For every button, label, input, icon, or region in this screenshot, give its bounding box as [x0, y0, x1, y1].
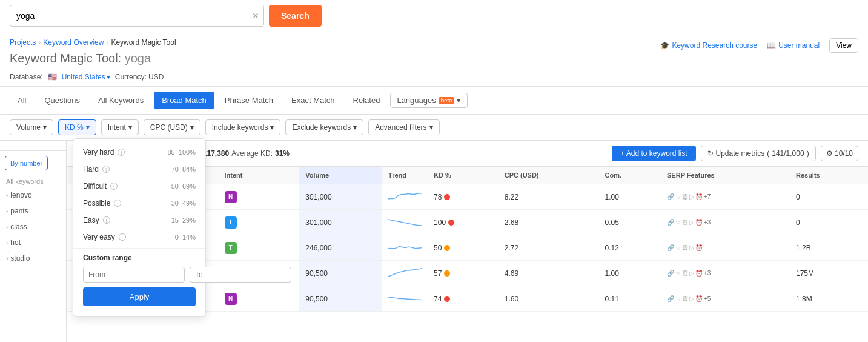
- sidebar-item-studio[interactable]: › studio: [0, 250, 66, 266]
- clear-icon[interactable]: ✕: [252, 11, 259, 21]
- breadcrumb-projects[interactable]: Projects: [10, 38, 36, 47]
- cpc-cell: 4.69: [499, 261, 599, 286]
- serp-plus: +3: [704, 219, 711, 226]
- serp-plus: +7: [704, 193, 711, 200]
- view-button[interactable]: View: [829, 38, 858, 53]
- info-icon-very-easy[interactable]: i: [119, 233, 126, 241]
- kd-option-very-hard[interactable]: Very hard i 85–100%: [73, 144, 205, 161]
- filter-kd[interactable]: KD % ▾: [58, 119, 96, 135]
- info-icon-easy[interactable]: i: [103, 216, 110, 224]
- kd-option-easy[interactable]: Easy i 15–29%: [73, 212, 205, 229]
- kd-dot: [444, 270, 450, 277]
- tab-all[interactable]: All: [10, 92, 34, 109]
- intent-cell: T: [219, 235, 300, 261]
- page-header: Keyword Magic Tool: yoga: [0, 49, 186, 70]
- col-results: Results: [790, 167, 868, 184]
- serp-icons: 🔗 ☆ 🖼 ▷ ⏰ +3: [667, 219, 784, 226]
- breadcrumb-keyword-overview[interactable]: Keyword Overview: [43, 38, 104, 47]
- intent-cell: N: [219, 184, 300, 210]
- kd-option-difficult[interactable]: Difficult i 50–69%: [73, 178, 205, 195]
- update-metrics-button[interactable]: ↻ Update metrics (141/1,000): [701, 146, 816, 161]
- custom-range-section: Custom range Apply: [73, 248, 205, 311]
- intent-badge: T: [225, 242, 237, 254]
- filter-include-keywords[interactable]: Include keywords ▾: [205, 119, 281, 135]
- user-manual-link[interactable]: 📖 User manual: [767, 41, 820, 50]
- add-to-keyword-list-button[interactable]: + Add to keyword list: [612, 146, 695, 161]
- breadcrumb-sep-1: ›: [38, 38, 41, 47]
- serp-cell: 🔗 ☆ 🖼 ▷ ⏰ +7: [661, 184, 790, 210]
- filter-volume[interactable]: Volume ▾: [10, 119, 53, 135]
- database-bar: Database: 🇺🇸 United States ▾ Currency: U…: [0, 70, 868, 87]
- sidebar-item-hot[interactable]: › hot: [0, 235, 66, 250]
- tab-exact-match[interactable]: Exact Match: [283, 92, 343, 109]
- sidebar-item-class[interactable]: › class: [0, 219, 66, 235]
- clock-icon: ⏰: [695, 219, 703, 226]
- chevron-right-icon-5: ›: [6, 255, 8, 262]
- intent-badge: I: [225, 216, 237, 229]
- serp-cell: 🔗 ☆ 🖼 ▷ ⏰ +3: [661, 210, 790, 235]
- com-cell: 0.11: [599, 286, 661, 312]
- intent-badge: N: [225, 191, 237, 203]
- info-icon-possible[interactable]: i: [114, 200, 121, 207]
- info-icon-difficult[interactable]: i: [110, 183, 118, 190]
- stats-bar-right: + Add to keyword list ↻ Update metrics (…: [612, 146, 858, 161]
- filter-exclude-keywords[interactable]: Exclude keywords ▾: [285, 119, 363, 135]
- results-cell: 1.8M: [790, 286, 868, 312]
- sidebar-header: [0, 141, 66, 151]
- chevron-down-icon-intent: ▾: [128, 123, 132, 132]
- cpc-cell: 2.72: [499, 235, 599, 261]
- sidebar-item-pants[interactable]: › pants: [0, 203, 66, 219]
- avg-kd-value: 31%: [275, 149, 290, 158]
- settings-button[interactable]: ⚙ 10/10: [821, 146, 858, 161]
- col-com: Com.: [599, 167, 661, 184]
- tab-broad-match[interactable]: Broad Match: [154, 92, 214, 109]
- tab-all-keywords[interactable]: All Keywords: [90, 92, 151, 109]
- kd-option-very-easy[interactable]: Very easy i 0–14%: [73, 229, 205, 246]
- book-icon: 🎓: [660, 41, 669, 50]
- breadcrumb: Projects › Keyword Overview › Keyword Ma…: [0, 32, 186, 49]
- results-cell: 1.2B: [790, 235, 868, 261]
- volume-cell: 90,500: [299, 261, 382, 286]
- star-icon: ☆: [675, 270, 681, 277]
- kd-cell: 57: [428, 261, 499, 286]
- tab-related[interactable]: Related: [345, 92, 388, 109]
- tab-questions[interactable]: Questions: [36, 92, 88, 109]
- kd-dot: [444, 194, 450, 200]
- chevron-down-icon-exclude: ▾: [353, 123, 357, 132]
- search-input[interactable]: [10, 5, 264, 27]
- star-icon: ☆: [675, 295, 681, 302]
- chevron-down-icon-include: ▾: [270, 123, 274, 132]
- apply-button[interactable]: Apply: [83, 287, 196, 306]
- keyword-research-course-link[interactable]: 🎓 Keyword Research course: [660, 41, 757, 50]
- database-country-link[interactable]: United States ▾: [62, 73, 110, 81]
- kd-option-hard[interactable]: Hard i 70–84%: [73, 161, 205, 178]
- kd-option-possible[interactable]: Possible i 30–49%: [73, 195, 205, 212]
- info-icon-hard[interactable]: i: [102, 166, 110, 173]
- play-icon: ▷: [689, 244, 694, 251]
- manual-icon: 📖: [767, 41, 776, 50]
- trend-cell: [382, 286, 428, 312]
- tab-languages[interactable]: Languages beta ▾: [390, 93, 468, 108]
- filter-cpc[interactable]: CPC (USD) ▾: [144, 119, 200, 135]
- info-icon-very-hard[interactable]: i: [118, 149, 125, 156]
- search-button[interactable]: Search: [269, 5, 322, 27]
- clock-icon: ⏰: [695, 295, 703, 302]
- link-icon: 🔗: [667, 270, 674, 277]
- image-icon: 🖼: [682, 270, 688, 277]
- volume-cell: 301,000: [299, 210, 382, 235]
- filter-advanced[interactable]: Advanced filters ▾: [368, 119, 439, 135]
- serp-icons: 🔗 ☆ 🖼 ▷ ⏰: [667, 244, 784, 251]
- volume-cell: 301,000: [299, 184, 382, 210]
- serp-cell: 🔗 ☆ 🖼 ▷ ⏰: [661, 235, 790, 261]
- filter-intent[interactable]: Intent ▾: [101, 119, 139, 135]
- custom-range-from[interactable]: [83, 267, 185, 283]
- tab-phrase-match[interactable]: Phrase Match: [217, 92, 281, 109]
- beta-badge: beta: [439, 97, 455, 104]
- by-number-button[interactable]: By number: [5, 156, 48, 170]
- com-cell: 1.00: [599, 261, 661, 286]
- kd-dropdown: Very hard i 85–100% Hard i 70–84% Diffic…: [73, 138, 206, 317]
- volume-cell: 246,000: [299, 235, 382, 261]
- custom-range-to[interactable]: [190, 267, 291, 283]
- kd-number: 50: [434, 244, 442, 252]
- sidebar-item-lenovo[interactable]: › lenovo: [0, 187, 66, 203]
